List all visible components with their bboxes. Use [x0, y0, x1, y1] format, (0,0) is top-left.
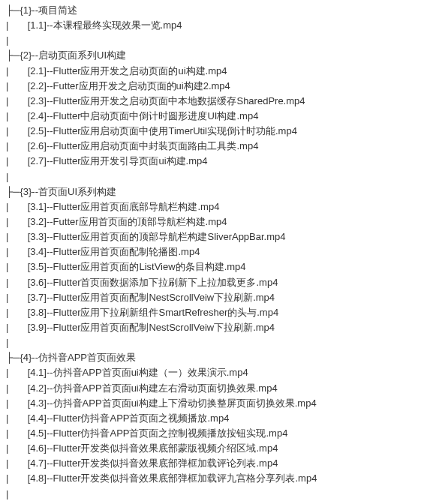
file-item: | [4.2]--仿抖音APP首页面ui构建左右滑动页面切换效果.mp4	[6, 381, 421, 396]
file-item: | [4.8]--Flutter开发类似抖音效果底部弹框加载评九宫格分享列表.m…	[6, 471, 421, 486]
file-item: | [4.4]--Flutter仿抖音APP首页面之视频播放.mp4	[6, 411, 421, 426]
file-item: | [2.6]--Flutter应用启动页面中封装页面路由工具类.mp4	[6, 139, 421, 154]
file-item: | [4.6]--Flutter开发类似抖音效果底部蒙版视频介绍区域.mp4	[6, 441, 421, 456]
file-item: | [4.5]--Flutter仿抖音APP首页面之控制视频播放按钮实现.mp4	[6, 426, 421, 441]
file-item: | [3.3]--Flutter应用首页面的顶部导航栏构建SliverAppBa…	[6, 230, 421, 244]
section-header: ├─{2}--启动页面系列UI构建	[6, 48, 421, 63]
file-item: | [4.1]--仿抖音APP首页面ui构建（一）效果演示.mp4	[6, 365, 421, 380]
file-item: | [3.7]--Flutter应用首页面配制NestScrollVeiw下拉刷…	[6, 290, 421, 305]
file-item: | [2.4]--Flutter中启动页面中倒计时圆形进度UI构建.mp4	[6, 109, 421, 124]
section-header: ├─{1}--项目简述	[6, 3, 421, 18]
file-item: | [4.3]--仿抖音APP首页面ui构建上下滑动切换整屏页面切换效果.mp4	[6, 396, 421, 411]
tree-spacer: |	[6, 170, 421, 184]
tree-spacer: |	[6, 335, 421, 350]
file-item: | [2.5]--Flutter应用启动页面中使用TimerUtil实现倒计时功…	[6, 124, 421, 139]
file-item: | [1.1]--本课程最终实现效果一览.mp4	[6, 18, 421, 33]
tree-spacer: |	[6, 487, 421, 502]
file-item: | [3.5]--Flutter应用首页面的ListView的条目构建.mp4	[6, 260, 421, 274]
section-header: ├─{4}--仿抖音APP首页面效果	[6, 350, 421, 365]
section-header: ├─{3}--首页面UI系列构建	[6, 184, 421, 200]
file-item: | [3.6]--Flutter首页面数据添加下拉刷新下上拉加载更多.mp4	[6, 275, 421, 290]
file-item: | [2.7]--Flutter应用开发引导页面ui构建.mp4	[6, 154, 421, 169]
tree-spacer: |	[6, 33, 421, 48]
file-item: | [3.1]--Flutter应用首页面底部导航栏构建.mp4	[6, 200, 421, 214]
file-item: | [3.4]--Flutter应用首页面配制轮播图.mp4	[6, 244, 421, 260]
file-item: | [3.8]--Flutter应用下拉刷新组件SmartRefresher的头…	[6, 305, 421, 320]
file-item: | [2.3]--Flutter应用开发之启动页面中本地数据缓存SharedPr…	[6, 94, 421, 109]
file-item: | [3.9]--Flutter应用首页面配制NestScrollVeiw下拉刷…	[6, 320, 421, 335]
file-item: | [2.1]--Flutter应用开发之启动页面的ui构建.mp4	[6, 64, 421, 79]
file-item: | [3.2]--Futter应用首页面的顶部导航栏构建.mp4	[6, 214, 421, 230]
file-item: | [2.2]--Futter应用开发之启动页面的ui构建2.mp4	[6, 79, 421, 94]
directory-tree: ├─{1}--项目简述| [1.1]--本课程最终实现效果一览.mp4|├─{2…	[6, 3, 421, 502]
file-item: | [4.7]--Flutter开发类似抖音效果底部弹框加载评论列表.mp4	[6, 456, 421, 471]
